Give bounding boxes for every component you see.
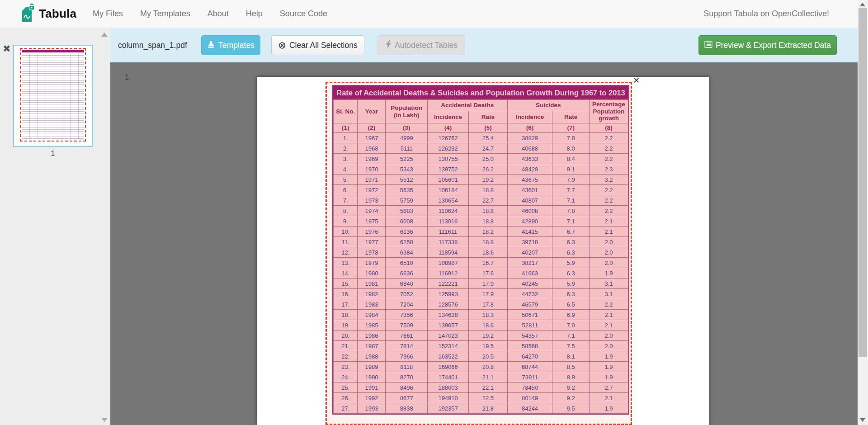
stamp-icon	[207, 40, 215, 51]
nav-item-about[interactable]: About	[208, 9, 229, 19]
nav-menu: My Files My Templates About Help Source …	[93, 9, 327, 19]
nav-item-help[interactable]: Help	[246, 9, 263, 19]
page-thumbnail-sidebar: ✖ 1	[0, 28, 110, 425]
preview-export-button[interactable]: Preview & Export Extracted Data	[698, 35, 837, 55]
page-marker: 1.	[125, 73, 131, 81]
vertical-scrollbar	[858, 0, 868, 425]
sidebar-scroll-down-icon[interactable]	[101, 418, 108, 422]
scrollbar-up-icon[interactable]	[860, 3, 865, 6]
templates-button[interactable]: Templates	[201, 35, 260, 55]
sidebar-scroll-up-icon[interactable]	[101, 33, 108, 37]
thumbnail-selection-overlay	[20, 48, 86, 142]
toolbar: column_span_1.pdf Templates ⊗ Clear All …	[110, 28, 858, 62]
nav-item-my-files[interactable]: My Files	[93, 9, 123, 19]
autodetect-button-label: Autodetect Tables	[395, 41, 458, 50]
clear-all-selections-button[interactable]: ⊗ Clear All Selections	[271, 35, 364, 55]
remove-page-icon[interactable]: ✖	[3, 43, 11, 54]
scrollbar-thumb[interactable]	[859, 8, 867, 357]
support-link[interactable]: Support Tabula on OpenCollective!	[703, 9, 829, 19]
clear-button-label: Clear All Selections	[289, 41, 358, 50]
autodetect-tables-button[interactable]: Autodetect Tables	[377, 35, 465, 55]
navbar: Tabula My Files My Templates About Help …	[0, 0, 859, 28]
open-filename: column_span_1.pdf	[118, 35, 187, 55]
document-view: 1. Rate of Accidental Deaths & Suicides …	[110, 62, 858, 425]
lightning-icon	[385, 40, 392, 51]
scrollbar-down-icon[interactable]	[860, 418, 865, 422]
thumbnail-table-title-bar	[22, 50, 84, 52]
table-list-icon	[704, 40, 712, 51]
pdf-page[interactable]: Rate of Accidental Deaths & Suicides and…	[257, 77, 709, 425]
brand-title: Tabula	[39, 7, 76, 21]
page-thumbnail[interactable]	[13, 45, 93, 147]
thumbnail-page-number: 1	[13, 149, 93, 158]
selection-close-icon[interactable]: ✕	[633, 76, 640, 85]
thumbnail-table-grid	[22, 54, 84, 139]
export-button-label: Preview & Export Extracted Data	[716, 41, 831, 50]
tabula-logo[interactable]: Tabula	[20, 3, 76, 25]
nav-item-source-code[interactable]: Source Code	[280, 9, 327, 19]
circled-x-icon: ⊗	[278, 41, 286, 49]
table-selection-box[interactable]	[326, 82, 632, 425]
nav-item-my-templates[interactable]: My Templates	[140, 9, 190, 19]
pdf-lock-logo-icon	[20, 3, 35, 25]
templates-button-label: Templates	[218, 41, 255, 50]
